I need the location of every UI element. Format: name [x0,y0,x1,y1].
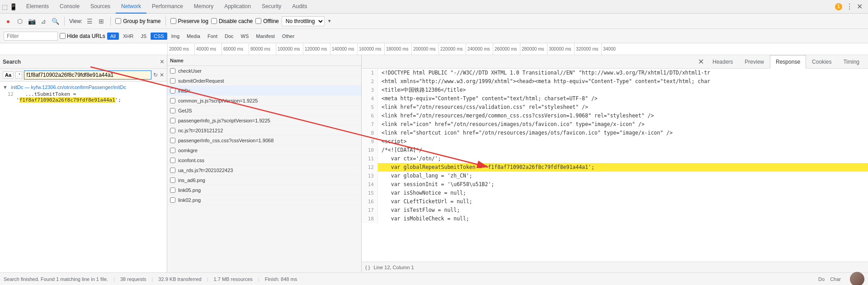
search-input[interactable] [24,70,151,79]
source-line[interactable]: 12 ...tSubmitToken = 'f1f8af710902a26f8c… [3,91,164,103]
search-close-button[interactable]: × [160,58,164,66]
filter-input[interactable] [4,32,58,41]
more-icon[interactable]: ⋮ [846,2,853,11]
line-number: 2 [362,77,378,86]
tab-audits[interactable]: Audits [287,0,312,14]
tab-elements[interactable]: Elements [21,0,54,14]
request-checkbox[interactable] [170,158,175,163]
avatar [850,272,864,285]
stop-button[interactable]: ⬡ [15,17,24,26]
request-checkbox[interactable] [170,88,175,93]
filter-all-btn[interactable]: All [107,33,119,40]
search-header: Search × [0,55,167,69]
line-number: 5 [362,103,378,112]
request-item[interactable]: passengerInfo_js.js?scriptVersion=1.9225 [167,116,361,126]
filter-icon-button[interactable]: ⊿ [39,17,48,26]
requests-panel: Name checkUsersubmitOrderRequestinitDcco… [167,55,362,272]
request-item[interactable]: common_js.js?scriptVersion=1.9225 [167,96,361,106]
filter-manifest-btn[interactable]: Manifest [253,33,278,40]
request-checkbox[interactable] [170,197,175,203]
offline-checkbox[interactable] [255,18,261,24]
filter-doc-btn[interactable]: Doc [222,33,237,40]
request-checkbox[interactable] [170,68,175,74]
format-icon[interactable]: { } [365,265,370,270]
filter-xhr-btn[interactable]: XHR [120,33,137,40]
request-item[interactable]: GetJS [167,106,361,116]
dot-label: .* [15,71,22,79]
camera-button[interactable]: 📷 [27,17,36,26]
response-close-button[interactable]: ✕ [695,57,707,66]
ruler-tick: 180000 ms [384,43,411,55]
request-item[interactable]: submitOrderRequest [167,76,361,86]
search-clear-button[interactable]: ✕ [160,72,164,78]
throttling-select[interactable]: No throttling [282,16,325,26]
tab-security[interactable]: Security [256,0,287,14]
preserve-log-checkbox[interactable] [170,18,176,24]
line-number: 1 [362,69,378,77]
source-file-header[interactable]: ▼ initDc — kyfw.12306.cn/otn/confirmPass… [3,84,164,91]
request-item[interactable]: link05.png [167,185,361,195]
tab-network[interactable]: Network [116,0,146,14]
group-by-frame-checkbox[interactable] [115,18,121,24]
case-sensitive-button[interactable]: Aa [3,71,14,79]
filter-font-btn[interactable]: Font [204,33,221,40]
device-icon[interactable]: 📱 [9,3,17,10]
tab-performance[interactable]: Performance [146,0,189,14]
inspect-icon[interactable]: ⬚ [2,3,8,10]
filter-media-btn[interactable]: Media [184,33,203,40]
warning-badge[interactable]: 1 [835,3,842,10]
tab-response[interactable]: Response [770,55,806,69]
tab-cookies[interactable]: Cookies [806,55,837,69]
disable-cache-checkbox[interactable] [211,18,217,24]
line-code: <link rel="icon" href="/otn/resources/im… [378,120,868,128]
request-checkbox[interactable] [170,178,175,183]
request-item[interactable]: ua_rds.js?t=2021022423 [167,165,361,175]
filter-js-btn[interactable]: JS [137,33,150,40]
request-checkbox[interactable] [170,138,175,143]
request-item[interactable]: nc.js?t=2019121212 [167,126,361,135]
record-button[interactable]: ● [4,17,13,26]
search-icon-button[interactable]: 🔍 [51,17,60,26]
tab-preview[interactable]: Preview [739,55,770,69]
filter-img-btn[interactable]: Img [168,33,183,40]
line-code: var sessionInit = '\u6F58\u51B2'; [378,180,868,188]
tab-application[interactable]: Application [219,0,256,14]
request-name: link02.png [178,197,359,203]
requests-count: 38 requests [120,276,146,282]
tab-headers[interactable]: Headers [707,55,739,69]
request-item[interactable]: passengerInfo_css.css?cssVersion=1.9068 [167,135,361,145]
request-item[interactable]: oomkgre [167,145,361,155]
tab-memory[interactable]: Memory [189,0,219,14]
requests-list[interactable]: checkUsersubmitOrderRequestinitDccommon_… [167,66,361,272]
filter-css-btn[interactable]: CSS [151,33,167,40]
request-item[interactable]: link02.png [167,195,361,205]
request-checkbox[interactable] [170,118,175,123]
ruler-tick: 260000 ms [493,43,520,55]
request-checkbox[interactable] [170,168,175,173]
request-item[interactable]: iconfont.css [167,155,361,165]
close-icon[interactable]: ✕ [857,2,863,11]
tab-console[interactable]: Console [54,0,85,14]
request-item[interactable]: checkUser [167,66,361,76]
request-checkbox[interactable] [170,78,175,84]
filter-other-btn[interactable]: Other [279,33,298,40]
request-checkbox[interactable] [170,128,175,133]
hide-data-urls-checkbox[interactable] [60,33,66,39]
view-list-btn[interactable]: ☰ [85,17,94,26]
request-checkbox[interactable] [170,187,175,193]
code-line: 15 var isShowNotice = null; [362,189,868,197]
request-checkbox[interactable] [170,148,175,153]
toolbar-separator-3 [165,17,166,26]
code-line: 18 var isMobileCheck = null; [362,215,868,223]
tab-timing[interactable]: Timing [837,55,865,69]
search-refresh-button[interactable]: ↻ [153,72,158,78]
request-checkbox[interactable] [170,98,175,103]
view-grid-btn[interactable]: ⊞ [97,17,106,26]
filter-ws-btn[interactable]: WS [238,33,252,40]
request-item[interactable]: initDc [167,86,361,96]
request-checkbox[interactable] [170,108,175,113]
tab-sources[interactable]: Sources [85,0,116,14]
ruler-tick: 120000 ms [303,43,330,55]
request-item[interactable]: ins_ad6.png [167,175,361,185]
request-name: link05.png [178,187,359,193]
